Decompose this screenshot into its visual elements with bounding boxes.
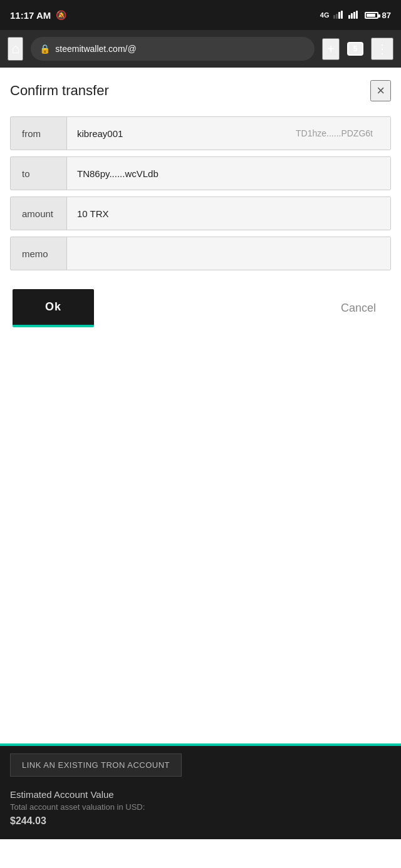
- memo-value[interactable]: [67, 237, 390, 270]
- amount-value: 10 TRX: [67, 197, 390, 230]
- svg-rect-4: [348, 15, 350, 19]
- to-label: to: [11, 157, 67, 190]
- url-text: steemitwallet.com/@: [55, 44, 136, 54]
- link-tron-button[interactable]: LINK AN EXISTING TRON ACCOUNT: [10, 753, 182, 777]
- browser-bar: ⌂ 🔒 steemitwallet.com/@ + 5 ⋮: [0, 30, 401, 68]
- estimated-amount: $244.03: [10, 815, 391, 827]
- white-space: [0, 380, 401, 743]
- estimated-title: Estimated Account Value: [10, 789, 391, 800]
- svg-rect-7: [356, 11, 358, 19]
- memo-input[interactable]: [77, 248, 380, 259]
- dialog-title: Confirm transfer: [10, 83, 109, 99]
- from-label: from: [11, 117, 67, 150]
- svg-rect-6: [353, 12, 355, 19]
- ok-button[interactable]: Ok: [13, 289, 94, 327]
- amount-row: amount 10 TRX: [10, 197, 391, 230]
- from-value: kibreay001 TD1hze......PDZG6t: [67, 117, 390, 150]
- estimated-value-section: Estimated Account Value Total account as…: [0, 777, 401, 839]
- battery-icon: [365, 12, 378, 19]
- lock-icon: 🔒: [39, 44, 50, 54]
- amount-label: amount: [11, 197, 67, 230]
- svg-rect-2: [338, 12, 340, 19]
- cancel-button[interactable]: Cancel: [328, 295, 388, 321]
- tabs-count-button[interactable]: 5: [347, 42, 363, 56]
- to-value: TN86py......wcVLdb: [67, 157, 390, 190]
- memo-row: memo: [10, 237, 391, 270]
- dialog-header: Confirm transfer ×: [10, 80, 391, 101]
- svg-rect-5: [351, 13, 353, 19]
- close-button[interactable]: ×: [370, 80, 391, 101]
- dialog-container: Confirm transfer × from kibreay001 TD1hz…: [0, 68, 401, 380]
- signal-bars-1: [333, 10, 345, 21]
- battery-fill: [367, 14, 375, 17]
- tron-bar: LINK AN EXISTING TRON ACCOUNT: [0, 746, 401, 777]
- home-button[interactable]: ⌂: [8, 37, 23, 61]
- estimated-subtitle: Total account asset valuation in USD:: [10, 802, 391, 812]
- status-left: 11:17 AM 🔕: [10, 10, 66, 21]
- browser-menu-button[interactable]: ⋮: [371, 38, 393, 60]
- status-right: 4G 87: [320, 10, 391, 21]
- memo-label: memo: [11, 237, 67, 270]
- to-row: to TN86py......wcVLdb: [10, 156, 391, 190]
- mute-icon: 🔕: [56, 10, 66, 20]
- new-tab-button[interactable]: +: [322, 38, 340, 60]
- from-address: TD1hze......PDZG6t: [296, 128, 380, 138]
- battery-level: 87: [382, 11, 391, 20]
- network-label: 4G: [320, 11, 330, 19]
- from-account: kibreay001: [77, 128, 123, 139]
- svg-rect-3: [341, 11, 343, 19]
- svg-rect-0: [333, 15, 335, 19]
- time-display: 11:17 AM: [10, 10, 51, 21]
- from-row: from kibreay001 TD1hze......PDZG6t: [10, 116, 391, 150]
- status-bar: 11:17 AM 🔕 4G 87: [0, 0, 401, 30]
- url-bar[interactable]: 🔒 steemitwallet.com/@: [31, 37, 315, 61]
- bottom-area: LINK AN EXISTING TRON ACCOUNT Estimated …: [0, 743, 401, 839]
- svg-rect-1: [336, 14, 338, 19]
- buttons-row: Ok Cancel: [10, 289, 391, 327]
- signal-bars-2: [348, 10, 360, 21]
